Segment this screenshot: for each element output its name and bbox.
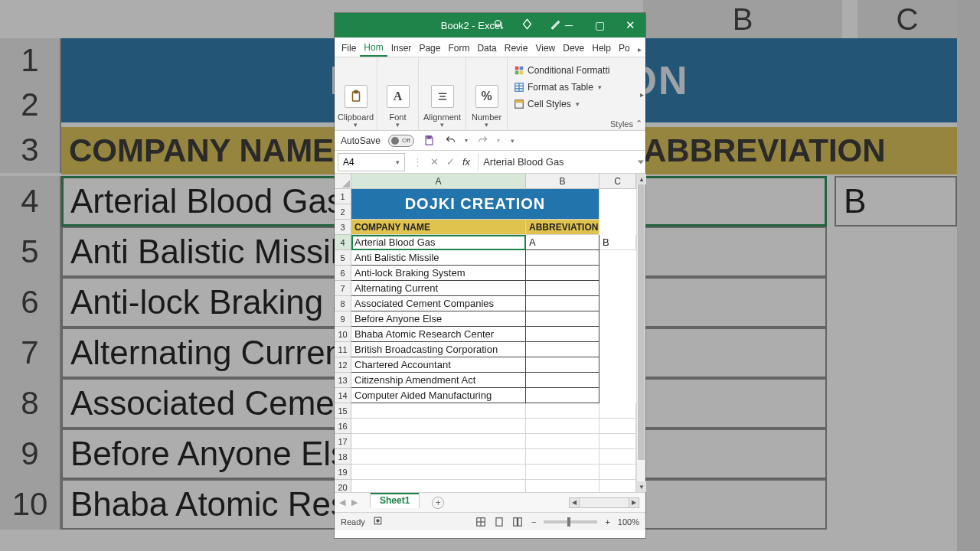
conditional-formatting-button[interactable]: Conditional Formatti [512,62,641,79]
cell-company-name[interactable]: Associated Cement Companies [351,296,526,311]
overflow-cell[interactable]: B [599,235,636,250]
cell-company-name[interactable]: Citizenship Amendment Act [351,373,526,388]
row-header[interactable]: 19 [335,465,351,480]
next-sheet-icon[interactable]: ▶ [351,497,358,507]
row-header[interactable]: 7 [335,281,351,296]
cell-abbreviation[interactable] [526,311,599,327]
titlebar[interactable]: Book2 - Excel ─ ▢ ✕ [335,13,645,37]
row-header[interactable]: 1 [335,189,351,204]
empty-cell[interactable] [599,434,636,449]
empty-cell[interactable] [351,403,526,419]
fx-icon[interactable]: fx [462,156,470,168]
row-header[interactable]: 2 [335,204,351,220]
cell-company-name[interactable]: Anti Balistic Missile [351,250,526,266]
cell-company-name[interactable]: Computer Aided Manufacturing [351,388,526,403]
cell-abbreviation[interactable] [526,281,599,296]
row-header[interactable]: 4 [335,235,351,250]
zoom-out-icon[interactable]: − [531,517,536,527]
cell-company-name[interactable]: Bhaba Atomic Research Center [351,327,526,342]
page-layout-icon[interactable] [493,516,505,528]
title-cell[interactable]: DOJKI CREATION [351,189,599,220]
tab-formulas[interactable]: Form [444,40,473,57]
group-clipboard[interactable]: Clipboard ▾ [335,57,377,130]
scroll-down-icon[interactable]: ▼ [637,481,646,492]
format-as-table-button[interactable]: Format as Table ▾ [512,79,641,96]
spreadsheet-grid[interactable]: A B C 1234567891011121314151617181920 DO… [335,174,645,492]
minimize-button[interactable]: ─ [554,13,584,37]
row-header[interactable]: 10 [335,327,351,342]
group-number[interactable]: % Number ▾ [466,57,508,130]
row-header[interactable]: 5 [335,250,351,266]
customize-qat-icon[interactable]: ▾ [511,137,514,145]
header-company-name[interactable]: COMPANY NAME [351,220,526,235]
row-header[interactable]: 13 [335,373,351,388]
formula-input[interactable]: Arterial Blood Gas [478,153,645,171]
cell-abbreviation[interactable] [526,357,599,373]
header-abbreviation[interactable]: ABBREVIATION [526,220,599,235]
tab-power[interactable]: Po [615,40,634,57]
col-header-B[interactable]: B [526,174,599,189]
redo-chevron-icon[interactable]: ▾ [497,137,500,144]
row-header[interactable]: 14 [335,388,351,403]
empty-cell[interactable] [599,419,636,434]
horizontal-scrollbar[interactable]: ◀ ▶ [569,497,639,508]
cell-abbreviation[interactable] [526,373,599,388]
redo-icon[interactable] [475,134,489,148]
scroll-thumb[interactable] [638,184,645,460]
cell-company-name[interactable]: Before Anyone Else [351,311,526,327]
empty-cell[interactable] [599,465,636,480]
autosave-toggle[interactable]: Off [388,135,414,147]
tab-file[interactable]: File [338,40,360,57]
tab-review[interactable]: Revie [501,40,532,57]
tab-page[interactable]: Page [415,40,444,57]
zoom-slider[interactable] [544,520,597,523]
scroll-left-icon[interactable]: ◀ [569,497,580,508]
empty-cell[interactable] [526,449,599,465]
prev-sheet-icon[interactable]: ◀ [339,497,345,507]
empty-cell[interactable] [351,465,526,480]
row-header[interactable]: 12 [335,357,351,373]
add-sheet-button[interactable]: + [432,497,444,509]
tab-view[interactable]: View [531,40,559,57]
cell-company-name[interactable]: Chartered Accountant [351,357,526,373]
name-box[interactable]: A4 ▾ [338,153,405,171]
row-header[interactable]: 3 [335,220,351,235]
cancel-icon[interactable]: ✕ [430,156,439,168]
row-header[interactable]: 8 [335,296,351,311]
cell-company-name[interactable]: British Broadcasting Corporation [351,342,526,357]
cell-abbreviation[interactable] [526,327,599,342]
scroll-right-icon[interactable]: ▶ [629,497,639,508]
empty-cell[interactable] [526,465,599,480]
cell-company-name[interactable]: Alternating Current [351,281,526,296]
cell-company-name[interactable]: Arterial Blood Gas [351,235,526,250]
select-all-corner[interactable] [335,174,351,189]
empty-cell[interactable] [526,434,599,449]
row-header[interactable]: 6 [335,266,351,281]
maximize-button[interactable]: ▢ [584,13,615,37]
empty-cell[interactable] [351,419,526,434]
page-break-icon[interactable] [511,516,524,528]
enter-icon[interactable]: ✓ [446,156,455,168]
cell-abbreviation[interactable] [526,266,599,281]
normal-view-icon[interactable] [475,516,487,528]
row-header[interactable]: 17 [335,434,351,449]
col-header-C[interactable]: C [599,174,636,189]
group-font[interactable]: A Font ▾ [377,57,419,130]
group-alignment[interactable]: Alignment ▾ [419,57,466,130]
vertical-scrollbar[interactable]: ▲ ▼ [636,174,645,492]
search-icon[interactable] [493,18,505,32]
collapse-ribbon-icon[interactable]: ⌃ [635,119,642,129]
row-header[interactable]: 9 [335,311,351,327]
cell-abbreviation[interactable] [526,388,599,403]
empty-cell[interactable] [599,449,636,465]
zoom-level[interactable]: 100% [618,517,639,527]
cell-styles-button[interactable]: Cell Styles ▾ [512,96,641,112]
tab-developer[interactable]: Deve [559,40,588,57]
empty-cell[interactable] [599,403,636,419]
undo-icon[interactable] [443,134,457,148]
scroll-up-icon[interactable]: ▲ [637,174,646,184]
cell-abbreviation[interactable] [526,342,599,357]
hscroll-track[interactable] [580,497,629,508]
empty-cell[interactable] [351,434,526,449]
tab-insert[interactable]: Inser [387,40,416,57]
